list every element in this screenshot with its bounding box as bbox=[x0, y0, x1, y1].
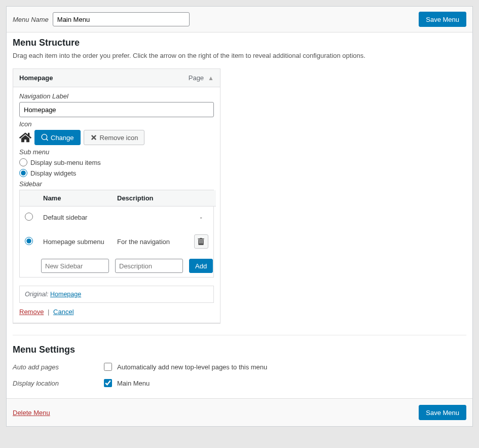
menu-edit-panel: Menu Name Save Menu Menu Structure Drag … bbox=[6, 6, 473, 427]
col-name: Name bbox=[38, 190, 112, 206]
auto-add-label: Auto add pages bbox=[13, 363, 104, 371]
menu-settings-heading: Menu Settings bbox=[13, 344, 466, 355]
sidebar-name: Default sidebar bbox=[38, 206, 112, 229]
menu-item-type: Page bbox=[189, 74, 204, 82]
menu-item-header[interactable]: Homepage Page ▲ bbox=[13, 69, 220, 87]
table-row: Homepage submenu For the navigation bbox=[20, 228, 216, 255]
settings-row-display-location: Display location Main Menu bbox=[13, 375, 466, 391]
submenu-widgets-radio[interactable] bbox=[19, 169, 27, 177]
sidebar-table: Name Description Default sidebar - bbox=[19, 190, 214, 278]
nav-label-label: Navigation Label bbox=[19, 92, 214, 100]
display-location-label: Display location bbox=[13, 380, 104, 387]
trash-icon bbox=[198, 238, 204, 245]
divider bbox=[13, 335, 466, 335]
submenu-label: Sub menu bbox=[19, 148, 214, 156]
sidebar-name: Homepage submenu bbox=[38, 228, 112, 255]
sidebar-desc: For the navigation bbox=[112, 228, 186, 255]
new-sidebar-desc-input[interactable] bbox=[115, 259, 183, 273]
delete-menu-link[interactable]: Delete Menu bbox=[13, 409, 50, 417]
add-sidebar-button[interactable]: Add bbox=[189, 259, 213, 273]
display-location-checkbox[interactable] bbox=[104, 379, 112, 387]
cancel-item-link[interactable]: Cancel bbox=[53, 308, 73, 316]
remove-item-link[interactable]: Remove bbox=[19, 308, 44, 316]
menu-name-label: Menu Name bbox=[13, 16, 49, 23]
icon-label: Icon bbox=[19, 120, 214, 128]
delete-sidebar-button[interactable] bbox=[194, 234, 208, 249]
display-location-text: Main Menu bbox=[117, 380, 150, 387]
save-menu-button-bottom[interactable]: Save Menu bbox=[419, 405, 466, 420]
change-icon-label: Change bbox=[51, 134, 74, 142]
new-sidebar-name-input[interactable] bbox=[41, 259, 109, 273]
submenu-widgets-label: Display widgets bbox=[30, 169, 76, 177]
menu-name-input[interactable] bbox=[53, 12, 190, 26]
remove-icon-label: Remove icon bbox=[100, 134, 138, 142]
auto-add-checkbox[interactable] bbox=[104, 363, 112, 371]
item-actions: Remove | Cancel bbox=[19, 308, 214, 316]
table-row: Default sidebar - bbox=[20, 206, 216, 229]
main: Menu Structure Drag each item into the o… bbox=[7, 32, 472, 398]
submenu-items-radio[interactable] bbox=[19, 158, 27, 166]
original-label: Original: bbox=[25, 291, 49, 298]
col-desc: Description bbox=[112, 190, 186, 206]
menu-structure-heading: Menu Structure bbox=[13, 38, 466, 48]
submenu-items-label: Display sub-menu items bbox=[30, 159, 101, 166]
home-icon bbox=[19, 132, 31, 143]
remove-icon-button[interactable]: Remove icon bbox=[84, 130, 145, 145]
save-menu-button-top[interactable]: Save Menu bbox=[419, 12, 466, 27]
change-icon-button[interactable]: Change bbox=[34, 130, 81, 145]
menu-item: Homepage Page ▲ Navigation Label Icon Ch… bbox=[13, 68, 220, 324]
search-icon bbox=[41, 134, 48, 141]
sidebar-select-radio[interactable] bbox=[25, 237, 33, 245]
sidebar-label: Sidebar bbox=[19, 180, 214, 188]
close-icon bbox=[90, 134, 97, 141]
bottom-bar: Delete Menu Save Menu bbox=[7, 398, 472, 426]
original-link[interactable]: Homepage bbox=[50, 291, 81, 298]
sidebar-desc bbox=[112, 206, 186, 229]
collapse-up-icon: ▲ bbox=[208, 75, 214, 82]
nav-label-input[interactable] bbox=[19, 102, 214, 117]
auto-add-text: Automatically add new top-level pages to… bbox=[117, 363, 267, 371]
top-bar: Menu Name Save Menu bbox=[7, 7, 472, 32]
sidebar-new-row: Add bbox=[20, 255, 216, 277]
sidebar-action-none: - bbox=[186, 206, 216, 229]
original-box: Original: Homepage bbox=[19, 286, 214, 303]
menu-item-body: Navigation Label Icon Change Remove icon… bbox=[13, 87, 220, 323]
menu-item-title: Homepage bbox=[19, 74, 53, 82]
sidebar-select-radio[interactable] bbox=[25, 213, 33, 221]
settings-row-auto-add: Auto add pages Automatically add new top… bbox=[13, 359, 466, 375]
menu-structure-description: Drag each item into the order you prefer… bbox=[13, 52, 466, 59]
action-separator: | bbox=[48, 308, 49, 316]
